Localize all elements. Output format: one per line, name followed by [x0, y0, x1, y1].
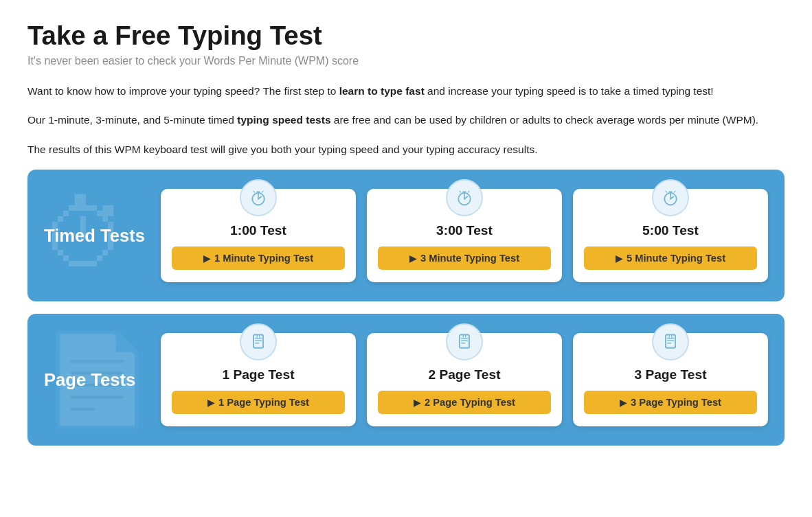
- timed-card-3-btn[interactable]: ▶ 5 Minute Typing Test: [584, 246, 757, 270]
- intro-p1-bold: learn to type fast: [339, 85, 425, 97]
- svg-line-17: [674, 192, 675, 193]
- document-icon-2: [455, 332, 474, 352]
- timed-card-3-title: 5:00 Test: [642, 223, 699, 238]
- svg-line-10: [460, 192, 461, 193]
- timer-icon-circle-1: [240, 179, 277, 216]
- svg-rect-30: [666, 335, 675, 348]
- intro-paragraph-1: Want to know how to improve your typing …: [27, 82, 785, 100]
- page-test-card-1: 1 Page Test ▶ 1 Page Typing Test: [161, 333, 356, 426]
- page-card-1-btn-label: 1 Page Typing Test: [218, 397, 309, 408]
- page-subtitle: It's never been easier to check your Wor…: [27, 55, 785, 67]
- svg-rect-18: [253, 335, 263, 348]
- document-icon-1: [249, 332, 268, 352]
- intro-paragraph-2: Our 1-minute, 3-minute, and 5-minute tim…: [27, 111, 785, 129]
- intro-paragraph-3: The results of this WPM keyboard test wi…: [27, 141, 785, 159]
- page-card-3-btn-label: 3 Page Typing Test: [631, 397, 721, 408]
- intro-p1-before: Want to know how to improve your typing …: [27, 85, 339, 97]
- page-card-2-btn-label: 2 Page Typing Test: [425, 397, 515, 408]
- timed-card-1-btn-label: 1 Minute Typing Test: [214, 253, 313, 264]
- page-icon-circle-3: [652, 323, 689, 360]
- btn-arrow-icon-6: ▶: [620, 398, 627, 408]
- timed-card-3-btn-label: 5 Minute Typing Test: [627, 253, 725, 264]
- timed-tests-label: Timed Tests: [44, 226, 147, 246]
- btn-arrow-icon-3: ▶: [616, 253, 622, 264]
- timed-tests-cards: 1:00 Test ▶ 1 Minute Typing Test: [161, 189, 768, 282]
- stopwatch-icon-2: [455, 188, 474, 207]
- page-card-3-btn[interactable]: ▶ 3 Page Typing Test: [584, 391, 757, 414]
- intro-p2-bold: typing speed tests: [237, 114, 330, 126]
- timer-icon-circle-2: [446, 179, 483, 216]
- document-icon-3: [661, 332, 680, 352]
- page-test-card-2: 2 Page Test ▶ 2 Page Typing Test: [367, 333, 562, 426]
- btn-arrow-icon-4: ▶: [207, 398, 214, 408]
- stopwatch-icon-3: [661, 188, 680, 207]
- page-card-2-btn[interactable]: ▶ 2 Page Typing Test: [378, 391, 551, 414]
- page-tests-section: 📄 Page Tests 1 Page Test ▶: [27, 314, 785, 446]
- page-card-1-title: 1 Page Test: [222, 367, 294, 382]
- page-tests-label: Page Tests: [44, 370, 147, 390]
- svg-rect-24: [460, 335, 469, 348]
- timed-card-2-title: 3:00 Test: [436, 223, 493, 238]
- timer-icon-circle-3: [652, 179, 689, 216]
- svg-line-5: [262, 192, 263, 193]
- svg-rect-9: [462, 192, 466, 194]
- timed-card-2-btn-label: 3 Minute Typing Test: [420, 253, 519, 264]
- timed-card-2-btn[interactable]: ▶ 3 Minute Typing Test: [378, 246, 551, 270]
- intro-p2-after: are free and can be used by children or …: [331, 114, 759, 126]
- svg-line-11: [468, 192, 469, 193]
- intro-p1-after: and increase your typing speed is to tak…: [425, 85, 714, 97]
- timed-test-card-3: 5:00 Test ▶ 5 Minute Typing Test: [573, 189, 768, 282]
- timed-test-card-2: 3:00 Test ▶ 3 Minute Typing Test: [367, 189, 562, 282]
- btn-arrow-icon-1: ▶: [203, 253, 210, 264]
- timed-card-1-btn[interactable]: ▶ 1 Minute Typing Test: [172, 246, 345, 270]
- svg-rect-15: [668, 192, 672, 194]
- timed-card-1-title: 1:00 Test: [230, 223, 286, 238]
- svg-line-16: [666, 192, 667, 193]
- page-icon-circle-1: [240, 323, 277, 360]
- page-icon-circle-2: [446, 323, 483, 360]
- page-tests-cards: 1 Page Test ▶ 1 Page Typing Test: [161, 333, 768, 426]
- svg-line-4: [253, 192, 255, 193]
- page-card-1-btn[interactable]: ▶ 1 Page Typing Test: [172, 391, 345, 414]
- page-test-card-3: 3 Page Test ▶ 3 Page Typing Test: [573, 333, 768, 426]
- intro-p2-before: Our 1-minute, 3-minute, and 5-minute tim…: [27, 114, 237, 126]
- timed-test-card-1: 1:00 Test ▶ 1 Minute Typing Test: [161, 189, 356, 282]
- stopwatch-icon-1: [249, 188, 268, 207]
- btn-arrow-icon-5: ▶: [414, 398, 420, 408]
- page-card-2-title: 2 Page Test: [428, 367, 500, 382]
- svg-rect-3: [256, 192, 260, 194]
- btn-arrow-icon-2: ▶: [409, 253, 416, 264]
- timed-tests-section: ⏱ Timed Tests 1:00 Test ▶: [27, 170, 785, 301]
- page-title: Take a Free Typing Test: [27, 21, 785, 51]
- page-card-3-title: 3 Page Test: [634, 367, 706, 382]
